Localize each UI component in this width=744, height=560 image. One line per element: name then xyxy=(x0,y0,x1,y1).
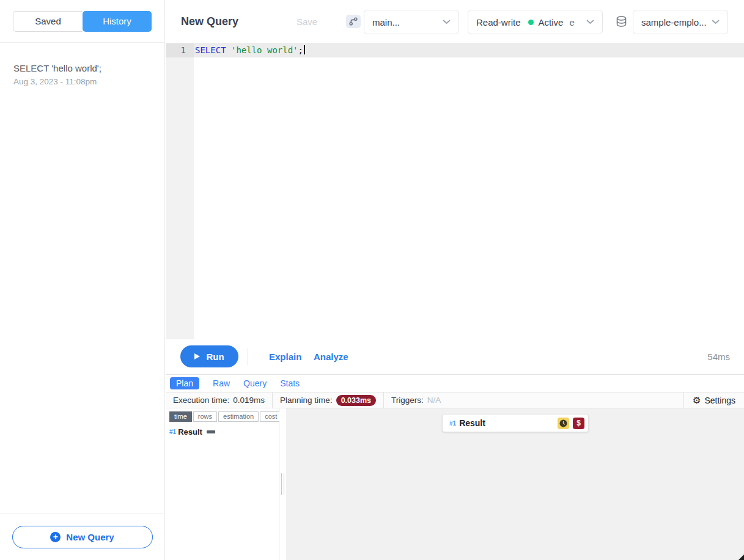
sql-keyword: SELECT xyxy=(195,45,226,55)
triggers-value: N/A xyxy=(427,396,441,405)
text-cursor xyxy=(304,45,305,54)
editor-active-line: 1 SELECT'hello world'; xyxy=(166,43,744,57)
plan-outline-panel: time rows estimation cost #1 Result xyxy=(166,408,279,560)
chevron-down-icon xyxy=(443,20,451,24)
line-number: 1 xyxy=(166,43,194,57)
sidebar: Saved History SELECT 'hello world'; Aug … xyxy=(0,0,165,560)
chevron-down-icon xyxy=(712,20,720,24)
database-dropdown[interactable]: sample-emplo... xyxy=(633,10,728,34)
plan-stats-bar: Execution time: 0.019ms Planning time: 0… xyxy=(166,392,744,408)
dollar-icon: $ xyxy=(573,418,584,429)
connection-status: Active xyxy=(539,17,564,28)
window-resize-handle[interactable] xyxy=(738,554,744,560)
execution-time-label: Execution time: xyxy=(173,396,229,405)
analyze-button[interactable]: Analyze xyxy=(314,339,348,374)
plan-body: time rows estimation cost #1 Result #1 R… xyxy=(166,408,744,560)
sql-editor[interactable]: 1 SELECT'hello world'; xyxy=(166,43,744,339)
execution-time-stat: Execution time: 0.019ms xyxy=(166,392,273,408)
tab-query[interactable]: Query xyxy=(243,378,267,388)
sql-terminator: ; xyxy=(298,45,303,55)
tab-raw[interactable]: Raw xyxy=(213,378,230,388)
planning-time-badge: 0.033ms xyxy=(336,395,376,406)
query-duration: 54ms xyxy=(707,339,730,374)
triggers-label: Triggers: xyxy=(391,396,424,405)
planning-time-label: Planning time: xyxy=(280,396,333,405)
explain-button[interactable]: Explain xyxy=(269,339,301,374)
tab-history[interactable]: History xyxy=(83,11,152,32)
settings-button[interactable]: ⚙ Settings xyxy=(683,392,744,408)
tab-plan[interactable]: Plan xyxy=(170,377,199,389)
history-item[interactable]: SELECT 'hello world'; Aug 3, 2023 - 11:0… xyxy=(13,63,151,86)
chevron-down-icon xyxy=(586,20,594,24)
run-button-label: Run xyxy=(206,352,224,362)
new-query-button[interactable]: + New Query xyxy=(12,526,153,548)
results-panel: Plan Raw Query Stats Execution time: 0.0… xyxy=(166,374,744,560)
save-button[interactable]: Save xyxy=(296,17,317,27)
node-name: Result xyxy=(459,418,485,428)
branch-dropdown-value: main... xyxy=(372,17,400,28)
sidebar-header: Saved History xyxy=(0,0,164,43)
node-index: #1 xyxy=(449,420,456,427)
settings-label: Settings xyxy=(704,396,735,405)
divider xyxy=(248,348,248,365)
triggers-stat: Triggers: N/A xyxy=(384,392,448,408)
history-query-text: SELECT 'hello world'; xyxy=(13,63,151,73)
branch-dropdown[interactable]: main... xyxy=(364,10,459,34)
panel-splitter[interactable] xyxy=(279,408,286,560)
tab-stats[interactable]: Stats xyxy=(280,378,300,388)
tab-saved[interactable]: Saved xyxy=(13,11,83,32)
gear-icon: ⚙ xyxy=(693,395,701,406)
saved-history-toggle: Saved History xyxy=(13,11,152,32)
new-query-button-label: New Query xyxy=(66,532,114,542)
clock-icon xyxy=(558,418,569,429)
duration-bar xyxy=(207,430,215,433)
run-bar: Run Explain Analyze 54ms xyxy=(166,339,744,374)
connection-mode: Read-write xyxy=(476,17,521,28)
metric-cost-button[interactable]: cost xyxy=(260,411,282,422)
editor-gutter xyxy=(166,43,194,339)
planning-time-stat: Planning time: 0.033ms xyxy=(273,392,384,408)
plus-icon: + xyxy=(50,532,61,542)
sidebar-footer: + New Query xyxy=(0,514,164,560)
plan-outline-row[interactable]: #1 Result xyxy=(169,427,279,437)
plan-metric-tabs: time rows estimation cost xyxy=(169,411,279,422)
node-name: Result xyxy=(178,427,202,437)
execution-time-value: 0.019ms xyxy=(233,396,265,405)
connection-truncated-text: e xyxy=(569,17,574,28)
play-icon xyxy=(194,353,200,359)
run-button[interactable]: Run xyxy=(180,345,238,367)
branch-icon[interactable] xyxy=(346,15,361,28)
active-status-dot-icon xyxy=(528,20,534,25)
metric-time-button[interactable]: time xyxy=(169,411,192,422)
code-line-text[interactable]: SELECT'hello world'; xyxy=(194,43,305,57)
query-title: New Query xyxy=(181,15,238,28)
metric-estimation-button[interactable]: estimation xyxy=(218,411,259,422)
sql-string: 'hello world' xyxy=(231,45,298,55)
history-list: SELECT 'hello world'; Aug 3, 2023 - 11:0… xyxy=(0,43,164,514)
connection-dropdown[interactable]: Read-write Active e xyxy=(468,10,603,34)
main-panel: New Query Save main... Read-write Active… xyxy=(166,0,744,560)
splitter-grip-icon xyxy=(281,473,284,495)
topbar: New Query Save main... Read-write Active… xyxy=(166,0,744,43)
node-index: #1 xyxy=(169,429,176,435)
database-icon xyxy=(615,15,628,31)
metric-rows-button[interactable]: rows xyxy=(193,411,217,422)
plan-diagram-canvas[interactable]: #1 Result $ xyxy=(286,408,744,560)
results-tabs: Plan Raw Query Stats xyxy=(166,374,744,392)
database-dropdown-value: sample-emplo... xyxy=(641,17,707,28)
plan-node-result[interactable]: #1 Result $ xyxy=(442,414,589,432)
history-timestamp: Aug 3, 2023 - 11:08pm xyxy=(13,77,151,86)
